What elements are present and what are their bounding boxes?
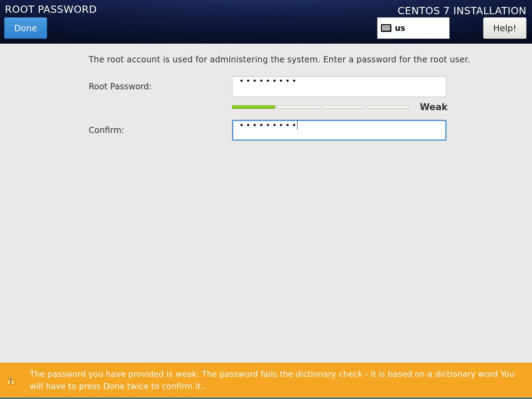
password-strength-row: Weak [232, 102, 532, 112]
strength-segment-2 [277, 105, 320, 109]
warning-icon [6, 375, 16, 385]
header: ROOT PASSWORD CENTOS 7 INSTALLATION Done… [0, 0, 532, 44]
svg-rect-1 [10, 378, 11, 381]
password-strength-label: Weak [420, 102, 447, 112]
warning-message: The password you have provided is weak: … [30, 368, 524, 393]
confirm-password-value: ••••••••• [239, 121, 299, 130]
help-button-label: Help! [493, 23, 516, 33]
keyboard-icon [381, 24, 391, 32]
root-password-input[interactable]: ••••••••• [232, 76, 446, 97]
svg-point-2 [10, 382, 11, 383]
confirm-password-input[interactable]: ••••••••• [232, 120, 446, 141]
strength-segment-4 [366, 105, 409, 109]
confirm-password-row: Confirm: ••••••••• [89, 120, 532, 141]
root-password-value: ••••••••• [239, 77, 299, 85]
content: The root account is used for administeri… [0, 44, 532, 141]
keyboard-layout-selector[interactable]: us [377, 17, 450, 39]
text-caret [297, 121, 298, 130]
strength-segment-1 [232, 105, 275, 109]
help-button[interactable]: Help! [483, 17, 526, 39]
keyboard-layout-label: us [395, 24, 405, 33]
description-text: The root account is used for administeri… [89, 55, 532, 64]
root-password-label: Root Password: [89, 82, 232, 91]
done-button-label: Done [14, 23, 37, 33]
root-password-row: Root Password: ••••••••• [89, 76, 532, 97]
installer-title: CENTOS 7 INSTALLATION [398, 5, 526, 17]
confirm-password-label: Confirm: [89, 125, 232, 135]
password-strength-meter [232, 105, 409, 109]
strength-segment-3 [321, 105, 365, 109]
done-button[interactable]: Done [4, 17, 47, 39]
warning-bar: The password you have provided is weak: … [0, 363, 532, 399]
